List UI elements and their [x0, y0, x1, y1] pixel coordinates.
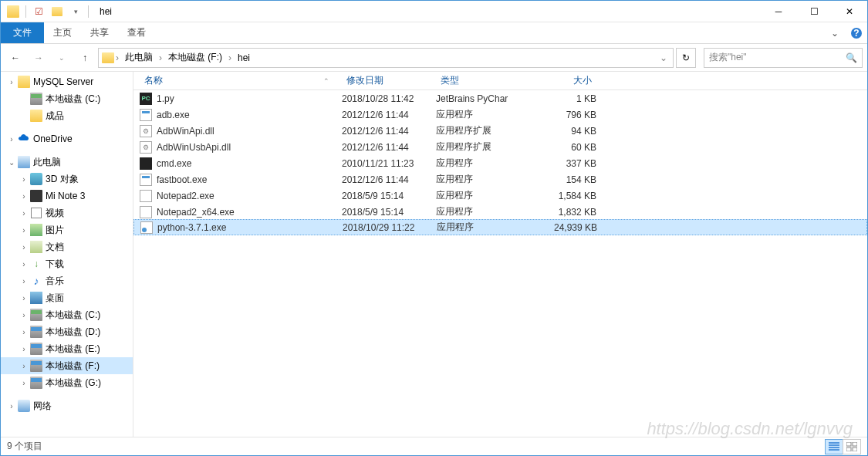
file-name: cmd.exe — [157, 158, 191, 169]
tree-item[interactable]: ›↓下载 — [1, 255, 133, 272]
breadcrumb[interactable]: 此电脑 — [120, 49, 157, 67]
chevron-right-icon[interactable]: › — [157, 52, 164, 63]
tree-item[interactable]: ›MySQL Server — [1, 73, 133, 90]
expand-icon[interactable]: › — [19, 175, 29, 184]
tree-item[interactable]: ›桌面 — [1, 289, 133, 306]
file-size: 1,584 KB — [527, 191, 596, 201]
expand-icon[interactable]: › — [19, 328, 29, 336]
tree-icon: ♪ — [30, 275, 42, 287]
expand-icon[interactable]: › — [19, 294, 29, 302]
expand-icon[interactable]: › — [7, 402, 16, 410]
expand-icon[interactable]: › — [19, 260, 29, 269]
file-rows: PC1.py2018/10/28 11:42JetBrains PyChar1 … — [133, 90, 867, 437]
content-area: ›MySQL Server本地磁盘 (C:)成品 › OneDrive ⌄ 此电… — [1, 72, 867, 437]
tree-item[interactable]: ›Mi Note 3 — [1, 187, 133, 204]
file-row[interactable]: Notepad2_x64.exe2018/5/9 15:14应用程序1,832 … — [133, 204, 867, 220]
file-row[interactable]: AdbWinUsbApi.dll2012/12/6 11:44应用程序扩展60 … — [133, 139, 867, 155]
column-size[interactable]: 大小 — [527, 74, 596, 87]
qat-dropdown-icon[interactable]: ▾ — [66, 2, 85, 21]
expand-icon[interactable]: › — [19, 209, 29, 218]
file-type: 应用程序 — [436, 157, 527, 170]
file-date: 2012/12/6 11:44 — [342, 110, 436, 120]
file-row[interactable]: cmd.exe2010/11/21 11:23应用程序337 KB — [133, 155, 867, 171]
file-name: fastboot.exe — [157, 174, 207, 185]
close-button[interactable]: ✕ — [832, 1, 867, 22]
tree-item[interactable]: ›本地磁盘 (C:) — [1, 306, 133, 323]
tree-item[interactable]: ›视频 — [1, 204, 133, 221]
expand-icon[interactable]: › — [7, 78, 16, 86]
expand-icon[interactable]: › — [19, 226, 29, 235]
file-tab[interactable]: 文件 — [1, 22, 44, 43]
expand-icon[interactable]: › — [19, 379, 29, 387]
ribbon-tab-share[interactable]: 共享 — [81, 22, 118, 43]
file-row[interactable]: PC1.py2018/10/28 11:42JetBrains PyChar1 … — [133, 90, 867, 106]
maximize-button[interactable]: ☐ — [796, 1, 832, 22]
address-bar[interactable]: › 此电脑 › 本地磁盘 (F:) › hei ⌄ — [98, 48, 674, 68]
onedrive-icon — [18, 133, 30, 145]
tree-item[interactable]: ›本地磁盘 (F:) — [1, 357, 133, 374]
tree-item[interactable]: ›本地磁盘 (D:) — [1, 323, 133, 340]
file-row[interactable]: AdbWinApi.dll2012/12/6 11:44应用程序扩展94 KB — [133, 123, 867, 139]
tree-item[interactable]: ›♪音乐 — [1, 272, 133, 289]
file-icon — [140, 174, 152, 186]
tree-item[interactable]: 成品 — [1, 107, 133, 124]
tree-network[interactable]: › 网络 — [1, 397, 133, 414]
breadcrumb[interactable]: 本地磁盘 (F:) — [164, 49, 227, 67]
back-button[interactable]: ← — [5, 48, 25, 68]
column-name[interactable]: 名称 ⌃ — [140, 74, 342, 87]
tree-item[interactable]: ›3D 对象 — [1, 171, 133, 187]
file-row[interactable]: python-3.7.1.exe2018/10/29 11:22应用程序24,9… — [133, 219, 867, 235]
expand-icon[interactable]: › — [19, 362, 29, 370]
tree-label: 桌面 — [46, 292, 64, 305]
expand-icon[interactable]: › — [19, 345, 29, 353]
tree-item[interactable]: ›图片 — [1, 221, 133, 238]
navigation-tree[interactable]: ›MySQL Server本地磁盘 (C:)成品 › OneDrive ⌄ 此电… — [1, 72, 133, 437]
file-row[interactable]: Notepad2.exe2018/5/9 15:14应用程序1,584 KB — [133, 187, 867, 204]
file-icon — [140, 109, 152, 121]
expand-icon[interactable]: › — [19, 192, 29, 201]
ribbon-expand-icon[interactable]: ⌄ — [824, 22, 846, 43]
search-box[interactable]: 搜索"hei" 🔍 — [704, 48, 863, 68]
tree-item[interactable]: 本地磁盘 (C:) — [1, 90, 133, 107]
recent-dropdown-icon[interactable]: ⌄ — [52, 48, 72, 68]
address-dropdown-icon[interactable]: ⌄ — [657, 52, 670, 63]
qat-properties-icon[interactable]: ☑ — [29, 2, 48, 21]
file-icon — [140, 141, 152, 154]
file-name: Notepad2.exe — [157, 191, 214, 201]
collapse-icon[interactable]: ⌄ — [7, 158, 16, 167]
expand-icon[interactable]: › — [19, 311, 29, 319]
details-view-button[interactable] — [825, 439, 843, 454]
qat-new-folder-icon[interactable] — [48, 2, 66, 21]
expand-icon[interactable]: › — [19, 243, 29, 252]
up-button[interactable]: ↑ — [75, 48, 95, 68]
file-name: python-3.7.1.exe — [157, 222, 226, 233]
chevron-right-icon[interactable]: › — [114, 52, 120, 63]
tree-thispc[interactable]: ⌄ 此电脑 — [1, 154, 133, 171]
file-name-cell: fastboot.exe — [140, 174, 342, 186]
help-icon[interactable]: ? — [846, 22, 867, 43]
file-name-cell: Notepad2_x64.exe — [140, 206, 342, 218]
minimize-button[interactable]: ─ — [761, 1, 796, 22]
expand-icon[interactable]: › — [7, 135, 16, 144]
column-type[interactable]: 类型 — [436, 74, 527, 87]
breadcrumb[interactable]: hei — [233, 49, 255, 67]
chevron-right-icon[interactable]: › — [227, 52, 233, 63]
column-date[interactable]: 修改日期 — [342, 74, 436, 87]
file-row[interactable]: fastboot.exe2012/12/6 11:44应用程序154 KB — [133, 171, 867, 187]
tree-item[interactable]: ›本地磁盘 (G:) — [1, 374, 133, 391]
file-row[interactable]: adb.exe2012/12/6 11:44应用程序796 KB — [133, 106, 867, 123]
svg-rect-4 — [846, 448, 851, 451]
forward-button[interactable]: → — [29, 48, 49, 68]
tree-onedrive[interactable]: › OneDrive — [1, 130, 133, 147]
statusbar: 9 个项目 — [1, 437, 867, 455]
tree-item[interactable]: ›文档 — [1, 238, 133, 255]
tree-label: 视频 — [46, 207, 64, 220]
thumbnails-view-button[interactable] — [843, 439, 861, 454]
ribbon-tab-view[interactable]: 查看 — [118, 22, 155, 43]
ribbon-tab-home[interactable]: 主页 — [44, 22, 81, 43]
expand-icon[interactable]: › — [19, 277, 29, 285]
refresh-button[interactable]: ↻ — [676, 48, 696, 68]
file-name: AdbWinUsbApi.dll — [157, 142, 231, 153]
tree-item[interactable]: ›本地磁盘 (E:) — [1, 340, 133, 357]
tree-icon: ↓ — [30, 258, 42, 270]
